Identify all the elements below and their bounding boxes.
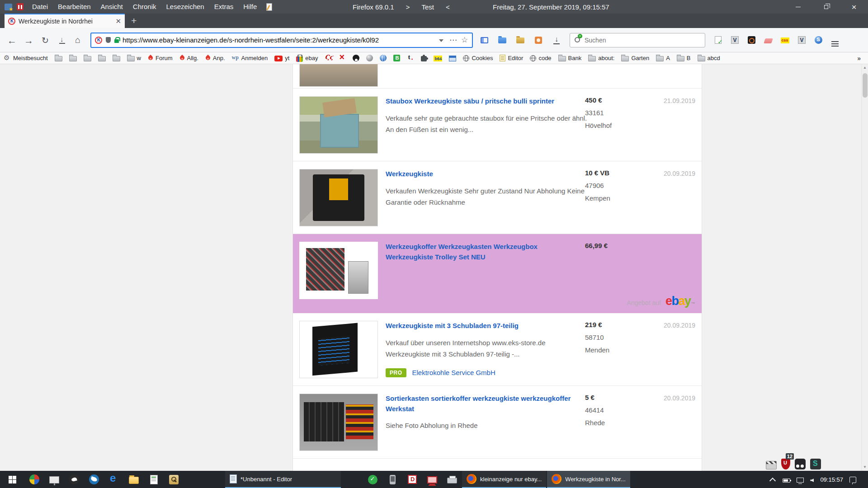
- taskbar-window-kleinanzeigenu[interactable]: kleinanzeige nur ebay...: [462, 471, 546, 488]
- bookmark-sphereblue[interactable]: [380, 55, 387, 61]
- menu-datei[interactable]: Datei: [27, 0, 53, 14]
- bookmark-b[interactable]: B: [677, 55, 691, 61]
- chevron-down-icon[interactable]: [438, 37, 445, 44]
- bookmark-folder[interactable]: [113, 55, 120, 61]
- kleinanzeigen-icon[interactable]: [95, 37, 102, 44]
- listing-row[interactable]: Werkzeugkiste Verkaufen Werkzeugkiste Se…: [293, 161, 702, 234]
- bookmark-tableblue[interactable]: [449, 55, 456, 61]
- remote-screen-taskbar-button[interactable]: [422, 471, 442, 488]
- phone-taskbar-button[interactable]: [382, 471, 402, 488]
- taskbar-window-werkzeugkistei[interactable]: Werkzeugkiste in Nor...: [547, 471, 630, 488]
- printer-taskbar-button[interactable]: [442, 471, 462, 488]
- blue-folder-button[interactable]: [495, 33, 510, 48]
- bookmark-bank[interactable]: Bank: [558, 55, 582, 61]
- red-app-icon[interactable]: [17, 3, 24, 10]
- close-button[interactable]: [840, 0, 868, 14]
- bookmark-github[interactable]: [353, 55, 359, 61]
- bookmark-ebay[interactable]: ebay: [296, 55, 318, 62]
- library-button[interactable]: [513, 33, 528, 48]
- bookmark-abcd[interactable]: abcd: [698, 55, 720, 61]
- listing-title-link[interactable]: Werkzeugkoffer Werkzeugkasten Werkzeugbo…: [386, 242, 577, 262]
- menu-ansicht[interactable]: Ansicht: [96, 0, 128, 14]
- reload-button[interactable]: [38, 33, 53, 48]
- bookmark-folder[interactable]: [84, 55, 91, 61]
- edge-taskbar-button[interactable]: [104, 471, 124, 488]
- page-actions-icon[interactable]: [449, 37, 457, 44]
- bookmark-tumblr[interactable]: [407, 55, 414, 62]
- listing-row-ebay-ad[interactable]: Werkzeugkoffer Werkzeugkasten Werkzeugbo…: [293, 234, 702, 313]
- eraser-button[interactable]: [761, 33, 775, 48]
- save-page-button[interactable]: [55, 33, 70, 48]
- inkscape-taskbar-button[interactable]: [64, 471, 84, 488]
- bookmark-folder[interactable]: [98, 55, 106, 61]
- v-ext-button[interactable]: [794, 33, 809, 48]
- bookmark-greenb[interactable]: [393, 55, 400, 61]
- keepass-taskbar-button[interactable]: [164, 471, 184, 488]
- download-button[interactable]: [549, 33, 564, 48]
- home-button[interactable]: [71, 33, 87, 48]
- bookmark-b64[interactable]: [434, 55, 442, 61]
- tab-werkzeugkiste[interactable]: Werkzeugkiste in Nordrhei ✕: [5, 14, 125, 28]
- bookmark-editor[interactable]: Editor: [500, 55, 523, 61]
- listing-thumbnail[interactable]: [299, 96, 378, 154]
- bookmark-a[interactable]: A: [656, 55, 670, 61]
- bookmark-anmelden[interactable]: Anmelden: [232, 55, 268, 62]
- bookmark-allg[interactable]: Allg.: [179, 55, 198, 61]
- d-drive-taskbar-button[interactable]: [402, 471, 422, 488]
- bookmark-folder[interactable]: [55, 55, 62, 61]
- listing-partial[interactable]: [293, 64, 702, 89]
- sync-s-overlay[interactable]: [810, 459, 821, 469]
- css-ext-button[interactable]: [778, 33, 792, 48]
- bookmark-redscript[interactable]: [325, 55, 332, 62]
- adblock-button[interactable]: [744, 33, 759, 48]
- notes-app-taskbar-button[interactable]: [144, 471, 164, 488]
- ebay-logo[interactable]: ebay™: [665, 295, 694, 307]
- menu-hilfe[interactable]: Hilfe: [238, 0, 262, 14]
- listing-thumbnail[interactable]: [299, 242, 378, 299]
- antivirus-taskbar-button[interactable]: [363, 471, 382, 488]
- note-pencil-icon[interactable]: [266, 3, 272, 11]
- palette-app-taskbar-button[interactable]: [24, 471, 44, 488]
- listing-title-link[interactable]: Sortierkasten sortierkoffer werkzeugkist…: [386, 394, 577, 414]
- listing-title-link[interactable]: Werkzeugkiste mit 3 Schubladen 97-teilig: [386, 321, 577, 331]
- thunderbird-taskbar-button[interactable]: [84, 471, 104, 488]
- search-bar[interactable]: [570, 33, 705, 47]
- sidebar-button[interactable]: [476, 33, 492, 48]
- network-icon[interactable]: [797, 478, 804, 483]
- minimize-button[interactable]: [784, 0, 812, 14]
- menu-bearbeiten[interactable]: Bearbeiten: [53, 0, 96, 14]
- listing-row[interactable]: Sortierkasten sortierkoffer werkzeugkist…: [293, 386, 702, 459]
- bookmark-yt[interactable]: yt: [274, 55, 289, 61]
- seller-link[interactable]: Elektrokohle Service GmbH: [412, 369, 495, 376]
- restore-button[interactable]: [812, 0, 840, 14]
- listing-thumbnail[interactable]: [299, 321, 378, 378]
- shield-icon[interactable]: [106, 37, 111, 43]
- bookmark-puzzle[interactable]: [421, 55, 427, 61]
- bookmark-redx[interactable]: [339, 55, 346, 62]
- url-input[interactable]: [123, 36, 434, 44]
- menu-lesezeichen[interactable]: Lesezeichen: [161, 0, 209, 14]
- binoculars-overlay[interactable]: [795, 459, 806, 469]
- scrollbar[interactable]: ▲ ▼: [861, 64, 868, 471]
- translate-button[interactable]: [811, 33, 826, 48]
- search-input[interactable]: [585, 37, 701, 44]
- bookmarks-overflow-icon[interactable]: »: [854, 55, 864, 62]
- bookmark-garten[interactable]: Garten: [621, 55, 649, 61]
- scrollbar-up-icon[interactable]: ▲: [862, 64, 868, 71]
- bookmark-code[interactable]: code: [530, 55, 551, 61]
- listing-title-link[interactable]: Staubox Werkzeugkiste säbu / pritsche bu…: [386, 96, 577, 107]
- listing-title-link[interactable]: Werkzeugkiste: [386, 169, 577, 179]
- clapperboard-overlay[interactable]: [766, 461, 777, 469]
- volume-icon[interactable]: [810, 479, 814, 482]
- app-menu-button[interactable]: [828, 33, 842, 48]
- bookmark-star-icon[interactable]: [461, 37, 468, 44]
- explorer-taskbar-button[interactable]: [124, 471, 144, 488]
- battery-icon[interactable]: [783, 479, 790, 483]
- listing-thumbnail[interactable]: [299, 394, 378, 451]
- action-center-icon[interactable]: [849, 477, 856, 483]
- start-button[interactable]: [0, 471, 24, 488]
- url-bar[interactable]: [90, 33, 473, 48]
- new-tab-button[interactable]: +: [131, 15, 137, 26]
- tray-chevron-icon[interactable]: [769, 476, 776, 483]
- shield-badge-overlay[interactable]: 12: [781, 459, 790, 469]
